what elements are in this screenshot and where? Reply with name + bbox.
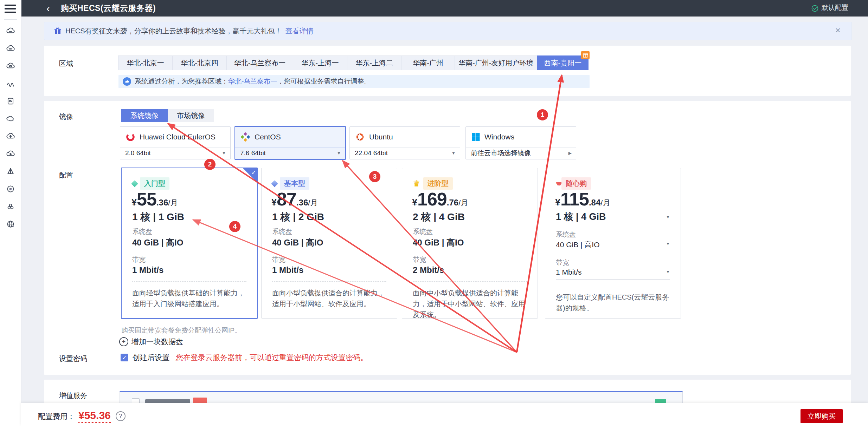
auto-scale-wave-icon[interactable]	[5, 78, 16, 89]
disk-value-select[interactable]: 40 GiB | 高IO	[556, 240, 670, 250]
os-version-select[interactable]: 22.04 64bit ▼	[350, 148, 460, 159]
add-data-disk-button[interactable]: + 增加一块数据盘	[119, 337, 183, 347]
os-card-windows[interactable]: Windows 前往云市场选择镜像 ▶	[465, 126, 576, 159]
chevron-down-icon: ▼	[666, 215, 670, 219]
cloud-media-icon[interactable]	[5, 148, 16, 159]
svg-text:IP: IP	[9, 188, 12, 191]
os-version: 7.6 64bit	[240, 149, 266, 157]
flavor-card-advanced[interactable]: ♛进阶型 ¥169.76/月 2 核 | 4 GiB 系统盘 40 GiB | …	[402, 168, 538, 319]
row-underline	[556, 224, 670, 224]
basic-diamond-icon	[271, 180, 278, 187]
region-btn-beijing1[interactable]: 华北-北京一	[118, 55, 173, 70]
password-label: 设置密码	[59, 354, 87, 363]
euleros-logo-icon	[126, 132, 135, 142]
thumb-up-icon	[123, 77, 131, 86]
os-card-euleros[interactable]: Huawei Cloud EulerOS 2.0 64bit ▼	[120, 126, 231, 159]
region-btn-beijing4[interactable]: 华北-北京四	[172, 55, 227, 70]
chevron-down-icon: ▼	[337, 151, 341, 156]
disk-value: 40 GiB | 高IO	[272, 237, 386, 248]
region-panel: 区域 华北-北京一 华北-北京四 华北-乌兰察布一 华东-上海一 华东-上海二 …	[44, 46, 851, 96]
os-version-select[interactable]: 2.0 64bit ▼	[120, 148, 230, 159]
flavor-badge: 入门型	[140, 177, 169, 190]
flavor-spec: 1 核 | 1 GiB	[132, 210, 246, 224]
card-divider	[132, 281, 246, 282]
disk-label: 系统盘	[556, 230, 576, 239]
set-after-create-checkbox[interactable]: ✓	[121, 354, 128, 361]
top-header: ‹ 购买HECS(云耀云服务器) 默认配置	[21, 0, 868, 17]
password-hint: 您在登录云服务器前，可以通过重置密码的方式设置密码。	[176, 353, 368, 362]
disk-value: 40 GiB | 高IO	[132, 237, 246, 248]
crown-icon: ♛	[413, 180, 420, 187]
flavor-badge: 基本型	[280, 177, 309, 190]
region-btn-guangzhou[interactable]: 华南-广州	[401, 55, 455, 70]
bandwidth-value: 1 Mbit/s	[272, 265, 386, 275]
chevron-down-icon: ▼	[451, 151, 456, 156]
tab-system-image[interactable]: 系统镜像	[121, 109, 168, 122]
flavor-price: ¥55.36/月	[131, 189, 178, 210]
fee-label: 配置费用：	[38, 412, 75, 421]
fee-area: 配置费用： ¥55.36 ?	[38, 409, 126, 423]
banner-close-icon[interactable]: ×	[835, 26, 841, 35]
flavor-price: ¥169.76/月	[412, 189, 468, 210]
tip-region-link[interactable]: 华北-乌兰察布一	[228, 78, 277, 85]
bandwidth-value-select[interactable]: 1 Mbit/s	[556, 268, 670, 276]
default-config-button[interactable]: 默认配置	[811, 0, 848, 17]
card-divider	[556, 286, 670, 286]
os-card-ubuntu[interactable]: Ubuntu 22.04 64bit ▼	[349, 126, 460, 159]
os-market-link[interactable]: 前往云市场选择镜像 ▶	[466, 148, 576, 159]
hearts-icon: ♥♥	[556, 180, 559, 187]
region-btn-shanghai1[interactable]: 华东-上海一	[293, 55, 347, 70]
cloud-upload-icon[interactable]	[5, 131, 16, 142]
flavor-badge: 随心购	[561, 177, 591, 190]
region-label: 区域	[59, 59, 73, 68]
storage-box-icon[interactable]	[5, 96, 16, 107]
flavor-spec-select[interactable]: 1 核 | 4 GiB	[556, 210, 670, 223]
fee-value[interactable]: ¥55.36	[78, 409, 111, 423]
help-question-icon[interactable]: ?	[116, 411, 126, 421]
cloud-server-icon[interactable]	[5, 25, 16, 37]
back-button[interactable]: ‹	[46, 1, 50, 15]
disk-value: 40 GiB | 高IO	[413, 237, 527, 248]
global-network-icon[interactable]: w	[5, 218, 16, 230]
flavor-card-custom[interactable]: ♥♥随心购 ¥115.84/月 1 核 | 4 GiB ▼ 系统盘 40 GiB…	[545, 168, 681, 319]
header-divider	[55, 4, 55, 13]
flavor-card-basic[interactable]: 基本型 ¥87.36/月 1 核 | 2 GiB 系统盘 40 GiB | 高I…	[261, 168, 397, 319]
buy-now-button[interactable]: 立即购买	[801, 409, 843, 423]
os-name: Windows	[484, 133, 514, 141]
flavor-price: ¥115.84/月	[555, 189, 610, 210]
set-after-create-label: 创建后设置	[133, 353, 169, 362]
os-version: 2.0 64bit	[125, 149, 151, 157]
cloud-more-icon[interactable]	[5, 43, 16, 54]
flavor-desc: 面向中小型负载提供适合的计算能力，适用于中小型网站、软件、应用及系统。	[413, 288, 528, 320]
os-version-select[interactable]: 7.6 64bit ▼	[235, 148, 345, 159]
cluster-icon[interactable]	[5, 201, 16, 212]
cloud-duplicate-icon[interactable]	[5, 113, 16, 124]
region-btn-ulanqab1[interactable]: 华北-乌兰察布一	[226, 55, 293, 70]
bandwidth-label: 带宽	[132, 255, 146, 264]
prism-icon[interactable]	[5, 166, 16, 177]
eip-note: 购买固定带宽套餐免费分配弹性公网IP。	[121, 326, 241, 335]
os-name: CentOS	[255, 133, 281, 141]
flavor-desc: 您可以自定义配置HECS(云耀云服务器)的规格。	[556, 292, 671, 314]
plus-circle-icon: +	[119, 337, 128, 346]
flavor-spec: 1 核 | 2 GiB	[272, 210, 386, 224]
value-added-label: 增值服务	[59, 391, 87, 400]
bandwidth-label: 带宽	[272, 255, 285, 264]
image-tabs: 系统镜像 市场镜像	[121, 109, 214, 122]
bandwidth-value: 1 Mbit/s	[132, 265, 246, 275]
flavor-card-entry-selected[interactable]: ✓ 入门型 ¥55.36/月 1 核 | 1 GiB 系统盘 40 GiB | …	[121, 168, 258, 319]
os-version: 前往云市场选择镜像	[471, 149, 531, 158]
hamburger-menu-icon[interactable]	[5, 5, 16, 13]
region-btn-guiyang1-selected[interactable]: 西南-贵阳一	[537, 55, 589, 70]
region-btn-shanghai2[interactable]: 华东-上海二	[347, 55, 401, 70]
banner-details-link[interactable]: 查看详情	[285, 26, 314, 36]
sidebar-divider	[4, 19, 17, 20]
ip-icon[interactable]: IP	[5, 183, 16, 195]
password-row: ✓ 创建后设置 您在登录云服务器前，可以通过重置密码的方式设置密码。	[121, 353, 368, 362]
os-name: Huawei Cloud EulerOS	[140, 133, 216, 141]
tab-market-image[interactable]: 市场镜像	[168, 109, 214, 122]
os-card-centos-selected[interactable]: CentOS 7.6 64bit ▼	[234, 126, 346, 160]
entry-diamond-icon	[131, 180, 138, 187]
region-btn-guangzhou-friendly[interactable]: 华南-广州-友好用户环境	[455, 55, 537, 70]
cloud-disk-icon[interactable]	[5, 60, 16, 72]
